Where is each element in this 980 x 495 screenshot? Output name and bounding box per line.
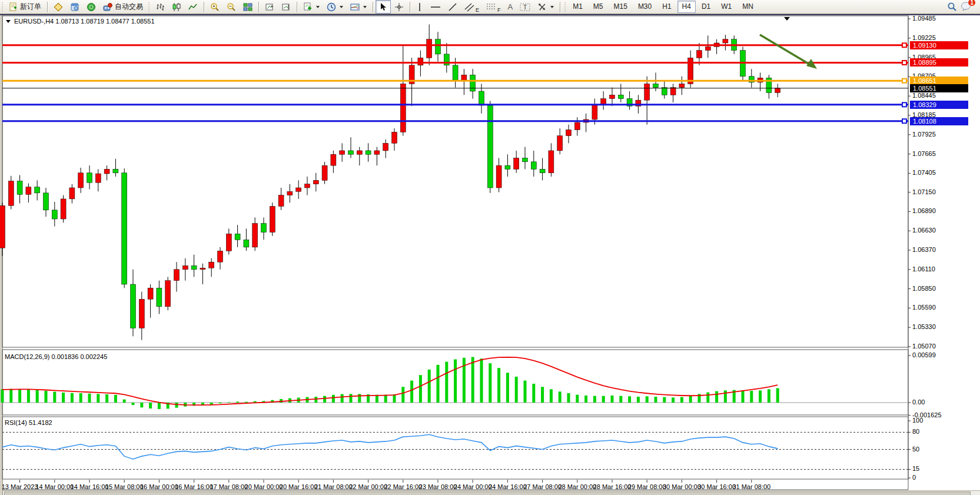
candlestick-chart-button[interactable] (168, 0, 185, 14)
price-axis-tick: 1.07925 (912, 131, 936, 138)
text-tool-button[interactable]: A (504, 0, 517, 14)
price-axis-tick: 1.07665 (912, 150, 936, 157)
price-axis-tick: 1.09225 (912, 34, 936, 41)
templates-button[interactable] (347, 0, 370, 14)
time-axis-label: 16 Mar 16:00 (175, 483, 213, 490)
horizontal-line-tool-button[interactable] (427, 0, 444, 14)
separator (373, 2, 373, 12)
price-axis-tick: 1.08445 (912, 92, 936, 99)
mt4-terminal: 新订单 自动交易 (0, 0, 980, 495)
crosshair-icon (394, 2, 404, 12)
notifications-button[interactable]: 1 (961, 1, 972, 13)
new-order-label: 新订单 (20, 2, 41, 12)
timeframe-h4[interactable]: H4 (677, 1, 696, 13)
vertical-line-tool-button[interactable] (413, 0, 427, 14)
price-marker-label: 1.08329 (910, 101, 968, 109)
auto-trading-icon (103, 2, 112, 12)
trendline-icon (448, 2, 457, 12)
bar-chart-button[interactable] (152, 0, 168, 14)
svg-text:T: T (523, 4, 527, 11)
time-axis-label: 27 Mar 08:00 (523, 483, 562, 490)
time-axis-label: 24 Mar 16:00 (489, 483, 527, 490)
market-watch-button[interactable] (50, 0, 67, 14)
time-axis-label: 24 Mar 00:00 (454, 483, 492, 490)
zoom-out-button[interactable] (223, 0, 240, 14)
macd-axis-tick: 0.00 (912, 398, 925, 406)
line-chart-icon (188, 2, 198, 12)
toolbar-grip[interactable] (1, 2, 4, 12)
cascade-windows-button[interactable] (261, 0, 278, 14)
timeframe-d1[interactable]: D1 (697, 1, 715, 13)
text-label-icon: T (520, 2, 530, 12)
fibo-sub-label: F (497, 7, 501, 13)
timeframe-m30[interactable]: M30 (633, 1, 656, 13)
crosshair-tool-button[interactable] (391, 0, 407, 14)
timeframe-m1[interactable]: M1 (568, 1, 587, 13)
navigator-icon (87, 2, 96, 12)
arrange-windows-icon (281, 2, 291, 12)
vertical-line-icon (416, 2, 423, 12)
price-axis-tick: 1.05590 (912, 304, 936, 311)
text-tool-icon: A (508, 2, 513, 11)
price-axis-tick: 1.05330 (912, 323, 936, 330)
search-button[interactable] (944, 0, 961, 14)
data-window-button[interactable] (67, 0, 83, 14)
timeframe-toolbar: M1M5M15M30H1H4D1W1MN (568, 1, 758, 13)
toolbar-grip[interactable] (148, 2, 151, 12)
chevron-down-icon (363, 6, 367, 8)
navigator-button[interactable] (83, 0, 99, 14)
macd-label: MACD(12,26,9) 0.001836 0.002245 (5, 353, 107, 360)
time-axis-label: 20 Mar 16:00 (280, 483, 318, 490)
tile-windows-button[interactable] (240, 0, 256, 14)
timeframe-m5[interactable]: M5 (589, 1, 608, 13)
price-axis-tick: 1.06630 (912, 227, 936, 234)
auto-trading-button[interactable]: 自动交易 (99, 0, 147, 14)
channel-sub-label: E (476, 7, 479, 13)
separator (47, 2, 48, 12)
rsi-label: RSI(14) 51.4182 (5, 419, 52, 426)
rsi-axis-tick: 50 (912, 446, 919, 453)
fibonacci-icon (486, 2, 497, 12)
new-chart-button[interactable] (300, 0, 323, 14)
time-axis-label: 16 Mar 00:00 (140, 483, 178, 490)
text-label-tool-button[interactable]: T (516, 0, 534, 14)
arrows-icon (537, 2, 547, 12)
chart-canvas[interactable] (0, 15, 980, 495)
separator (258, 2, 259, 12)
fibonacci-tool-button[interactable]: F (483, 0, 504, 14)
chart-window: EURUSD-,H4 1.08713 1.08719 1.08477 1.085… (0, 14, 980, 495)
cursor-icon (379, 2, 387, 11)
timeframe-mn[interactable]: MN (738, 1, 758, 13)
new-order-button[interactable]: 新订单 (5, 0, 45, 14)
price-marker-label: 1.09130 (910, 41, 968, 49)
trendline-tool-button[interactable] (444, 0, 461, 14)
time-axis-label: 22 Mar 16:00 (384, 483, 422, 490)
time-axis-label: 30 Mar 00:00 (663, 483, 701, 490)
scrollbar-thumb[interactable] (4, 491, 971, 495)
trend-arrow-annotation[interactable] (760, 35, 812, 66)
price-marker-label: 1.08551 (910, 84, 968, 92)
cursor-tool-button[interactable] (376, 0, 391, 14)
horizontal-scrollbar[interactable] (3, 490, 980, 495)
equidistant-channel-tool-button[interactable]: E (461, 0, 483, 14)
zoom-in-button[interactable] (207, 0, 223, 14)
timeframe-h1[interactable]: H1 (657, 1, 676, 13)
rsi-axis-tick: 15 (912, 465, 919, 472)
timeframe-m15[interactable]: M15 (609, 1, 632, 13)
time-axis-label: 30 Mar 16:00 (697, 483, 736, 490)
time-axis-label: 20 Mar 00:00 (245, 483, 283, 490)
time-axis-label: 17 Mar 08:00 (210, 483, 248, 490)
cascade-windows-icon (265, 2, 274, 12)
periods-button[interactable] (323, 0, 347, 14)
separator (560, 2, 560, 12)
arrange-windows-button[interactable] (278, 0, 294, 14)
time-axis-label: 15 Mar 08:00 (105, 483, 144, 490)
timeframe-w1[interactable]: W1 (716, 1, 736, 13)
separator (204, 2, 204, 12)
separator (297, 2, 297, 12)
line-chart-button[interactable] (185, 0, 201, 14)
time-axis-label: 29 Mar 08:00 (628, 483, 666, 490)
scroll-to-end-marker[interactable] (784, 17, 790, 21)
arrows-tool-button[interactable] (534, 0, 557, 14)
toolbar-grip[interactable] (564, 2, 567, 12)
